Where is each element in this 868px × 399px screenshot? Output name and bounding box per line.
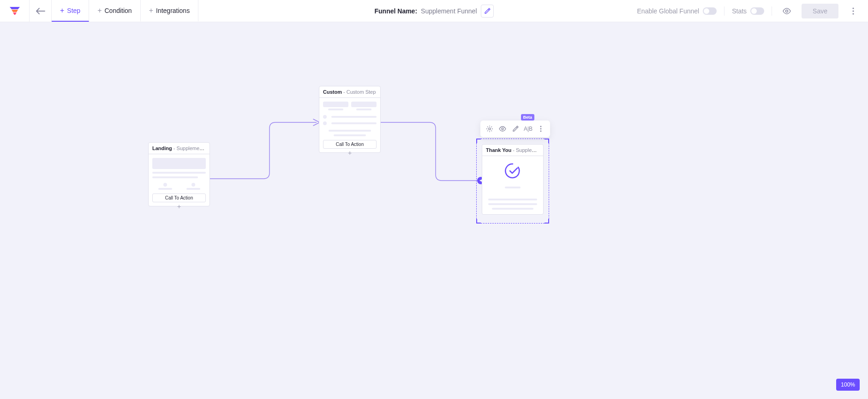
preview-button[interactable]: [779, 4, 794, 18]
funnel-name-label: Funnel Name:: [375, 7, 418, 15]
step-name: - Supplement La…: [172, 145, 210, 151]
step-landing-header: Landing - Supplement La…: [149, 143, 210, 154]
svg-point-5: [489, 128, 491, 130]
step-thankyou-thumb: [482, 156, 543, 214]
step-thankyou-header: Thank You - Supplement T…: [482, 145, 543, 156]
divider: [772, 6, 772, 16]
step-custom-thumb: [319, 98, 380, 140]
tab-step-label: Step: [67, 7, 80, 14]
check-circle-icon: [504, 163, 521, 179]
more-vertical-icon: [540, 126, 542, 132]
step-custom[interactable]: Custom - Custom Step Call To Action: [319, 86, 381, 153]
global-funnel-toggle-group: Enable Global Funnel: [637, 7, 717, 15]
step-landing[interactable]: Landing - Supplement La… Call To Action: [148, 142, 210, 206]
gear-icon: [486, 125, 493, 133]
save-button[interactable]: Save: [802, 4, 838, 18]
plus-icon: +: [97, 6, 102, 15]
svg-point-7: [540, 126, 542, 127]
stats-toggle-group: Stats: [732, 7, 764, 15]
step-thankyou[interactable]: Thank You - Supplement T…: [482, 144, 544, 215]
canvas[interactable]: Landing - Supplement La… Call To Action …: [6, 22, 868, 399]
topbar-right: Enable Global Funnel Stats Save: [637, 0, 868, 22]
step-custom-cta[interactable]: Call To Action: [323, 140, 377, 149]
zoom-indicator[interactable]: 100%: [836, 379, 860, 391]
nav-tabs: + Step + Condition + Integrations: [52, 0, 198, 22]
toolbar-settings-button[interactable]: [484, 123, 495, 134]
divider: [724, 6, 724, 16]
plus-icon: +: [60, 6, 64, 15]
tab-integrations[interactable]: + Integrations: [141, 0, 199, 22]
more-vertical-icon: [852, 7, 854, 15]
connectors: [6, 22, 868, 399]
step-kind: Custom: [323, 89, 342, 95]
plus-icon: +: [149, 6, 153, 15]
toolbar-edit-button[interactable]: [510, 123, 521, 134]
step-landing-cta[interactable]: Call To Action: [152, 193, 206, 202]
step-landing-wrap: Landing - Supplement La… Call To Action …: [148, 142, 210, 159]
svg-point-1: [852, 7, 854, 9]
svg-point-3: [852, 13, 854, 14]
toolbar-ab-button[interactable]: A|B: [523, 123, 533, 134]
pencil-icon: [484, 8, 491, 14]
step-custom-wrap: Custom - Custom Step Call To Action Add …: [319, 86, 381, 103]
topbar: + Step + Condition + Integrations Funnel…: [0, 0, 868, 22]
global-funnel-toggle[interactable]: [703, 7, 717, 15]
step-kind: Landing: [152, 145, 172, 151]
tab-condition[interactable]: + Condition: [89, 0, 141, 22]
toolbar-more-button[interactable]: [535, 123, 546, 134]
back-button[interactable]: [30, 0, 52, 22]
eye-icon: [782, 8, 791, 14]
svg-point-6: [502, 128, 503, 130]
stats-label: Stats: [732, 7, 747, 15]
svg-point-8: [540, 128, 542, 130]
funnel-name-value: Supplement Funnel: [421, 7, 477, 15]
funnel-logo-icon: [10, 7, 20, 15]
step-custom-header: Custom - Custom Step: [319, 86, 380, 98]
eye-icon: [498, 126, 507, 132]
svg-point-9: [540, 131, 542, 132]
tab-step[interactable]: + Step: [52, 0, 89, 22]
app-logo[interactable]: [0, 0, 30, 22]
pencil-icon: [512, 126, 519, 132]
step-landing-thumb: [149, 154, 210, 193]
funnel-title: Funnel Name: Supplement Funnel: [375, 0, 494, 22]
stats-toggle[interactable]: [750, 7, 764, 15]
step-kind: Thank You: [486, 147, 511, 153]
tab-integrations-label: Integrations: [156, 7, 190, 14]
svg-point-2: [852, 10, 854, 12]
global-funnel-label: Enable Global Funnel: [637, 7, 700, 15]
step-name: - Supplement T…: [511, 147, 543, 153]
more-button[interactable]: [846, 4, 861, 18]
beta-badge: Beta: [521, 114, 535, 121]
step-toolbar: Beta A|B: [480, 121, 550, 137]
toolbar-preview-button[interactable]: [497, 123, 508, 134]
tab-condition-label: Condition: [105, 7, 132, 14]
svg-point-0: [786, 10, 788, 12]
step-name: - Custom Step: [342, 89, 376, 95]
edit-funnel-name-button[interactable]: [481, 5, 494, 18]
arrow-left-icon: [36, 8, 45, 14]
